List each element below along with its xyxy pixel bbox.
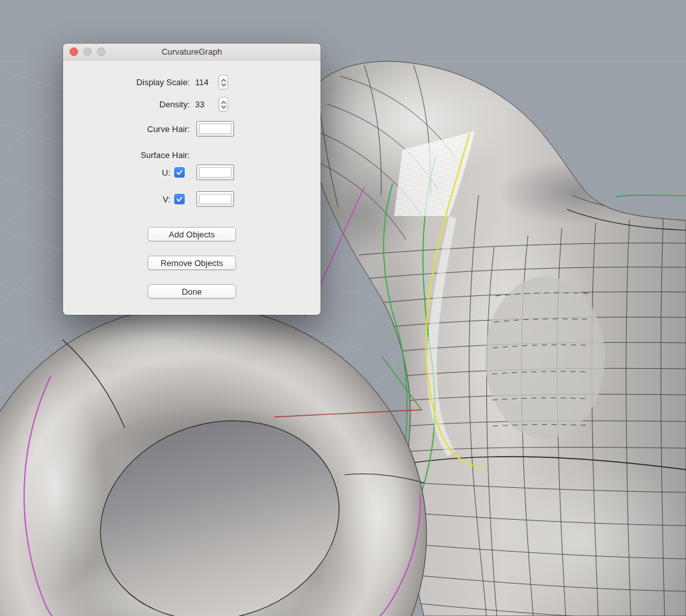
curve-hair-label: Curve Hair:	[75, 124, 190, 134]
display-scale-stepper[interactable]	[218, 75, 228, 90]
u-label: U:	[75, 168, 170, 178]
add-objects-button[interactable]: Add Objects	[148, 227, 236, 241]
display-scale-row: Display Scale: 114	[75, 75, 309, 90]
done-button[interactable]: Done	[148, 284, 236, 299]
zoom-button[interactable]	[97, 47, 105, 56]
v-label: V:	[75, 194, 170, 204]
check-icon	[176, 169, 183, 176]
app-screen: CurvatureGraph Display Scale: 114 Densit…	[0, 0, 686, 616]
chevron-up-icon	[221, 101, 226, 104]
density-value[interactable]: 33	[195, 100, 212, 109]
v-row: V:	[75, 191, 309, 207]
density-row: Density: 33	[75, 97, 309, 112]
u-checkbox[interactable]	[174, 167, 185, 178]
surface-hair-row: Surface Hair:	[75, 150, 309, 160]
chevron-down-icon	[221, 83, 226, 87]
v-color-well[interactable]	[196, 191, 234, 207]
v-checkbox[interactable]	[174, 194, 185, 204]
titlebar[interactable]: CurvatureGraph	[63, 44, 321, 60]
density-label: Density:	[75, 100, 190, 109]
display-scale-label: Display Scale:	[75, 77, 190, 87]
hidden-isocurves	[485, 276, 605, 439]
curve-hair-color-swatch	[199, 124, 231, 134]
close-button[interactable]	[70, 47, 78, 56]
curve-hair-color-well[interactable]	[196, 121, 234, 137]
minimize-button[interactable]	[83, 47, 92, 56]
v-color-swatch	[199, 194, 231, 204]
u-color-swatch	[199, 167, 231, 178]
chevron-up-icon	[221, 79, 226, 82]
remove-objects-button[interactable]: Remove Objects	[148, 256, 236, 270]
u-row: U:	[75, 165, 309, 180]
dialog-buttons: Add Objects Remove Objects Done	[63, 227, 321, 299]
curvature-graph-window: CurvatureGraph Display Scale: 114 Densit…	[63, 44, 321, 315]
display-scale-value[interactable]: 114	[195, 77, 212, 87]
chevron-down-icon	[221, 105, 226, 109]
traffic-lights	[70, 44, 105, 60]
density-stepper[interactable]	[218, 97, 228, 112]
u-color-well[interactable]	[196, 165, 234, 180]
check-icon	[176, 196, 183, 202]
window-title: CurvatureGraph	[161, 47, 222, 57]
surface-hair-label: Surface Hair:	[75, 150, 190, 160]
curve-hair-row: Curve Hair:	[75, 121, 309, 137]
